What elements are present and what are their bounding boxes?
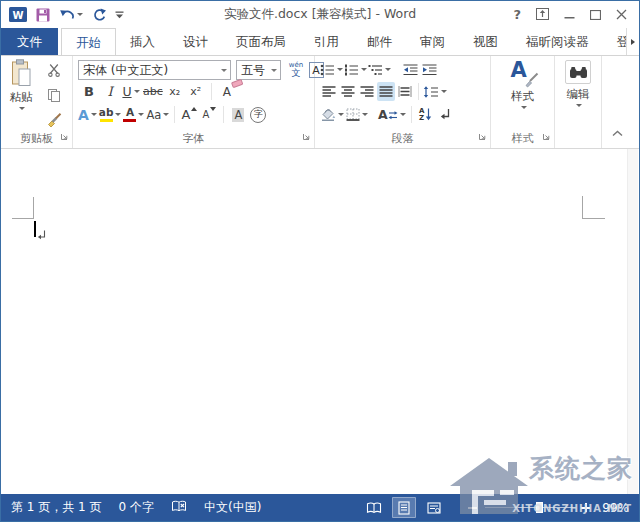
bullets-button[interactable] (320, 60, 343, 79)
text-effects-label: A (78, 107, 89, 123)
align-right-icon (360, 86, 374, 97)
undo-dropdown-arrow[interactable] (77, 13, 83, 16)
zoom-slider-thumb[interactable] (536, 502, 543, 513)
editing-label: 编辑 (567, 87, 590, 102)
shading-button[interactable] (320, 105, 344, 124)
strikethrough-button[interactable]: abc (143, 82, 163, 101)
collapse-ribbon-icon[interactable] (612, 126, 623, 140)
grow-caret-icon (191, 107, 197, 111)
styles-button[interactable]: A 样式 (491, 60, 554, 109)
web-layout-icon[interactable] (422, 497, 446, 518)
borders-button[interactable] (346, 105, 368, 124)
proofing-status-icon[interactable] (171, 500, 187, 516)
tab-home[interactable]: 开始 (61, 28, 116, 56)
paste-button[interactable]: 粘贴 (4, 59, 38, 110)
close-icon[interactable] (616, 5, 627, 24)
bold-button[interactable]: B (80, 82, 98, 101)
zoom-in-icon[interactable] (581, 503, 590, 512)
superscript-button[interactable]: x² (187, 82, 205, 101)
change-case-button[interactable]: Aa (146, 105, 169, 124)
minimize-icon[interactable] (564, 5, 575, 24)
margin-corner-top-left (12, 197, 34, 219)
editing-button[interactable]: 编辑 (555, 60, 601, 107)
save-icon[interactable] (36, 8, 50, 22)
align-center-icon (341, 86, 355, 97)
numbering-dropdown-arrow (361, 68, 367, 71)
maximize-icon[interactable] (590, 5, 601, 24)
decrease-indent-button[interactable] (401, 60, 419, 79)
tab-view[interactable]: 视图 (459, 28, 512, 56)
read-mode-icon[interactable] (362, 497, 386, 518)
multilevel-dropdown-arrow (385, 68, 391, 71)
paragraph-dialog-launcher-icon[interactable] (478, 130, 487, 144)
tab-mailings[interactable]: 邮件 (353, 28, 406, 56)
asian-layout-button[interactable]: A (378, 105, 406, 124)
highlight-button[interactable]: ab (99, 105, 122, 124)
character-shading-button[interactable]: A (229, 105, 247, 124)
group-styles: A 样式 样式 (491, 56, 555, 148)
word-window: W 实验文件.docx [兼容模式] - Word ? (0, 0, 640, 522)
overflow-arrow-icon (631, 39, 635, 45)
font-dialog-launcher-icon[interactable] (302, 130, 311, 144)
increase-indent-icon (422, 64, 437, 76)
justify-button[interactable] (377, 82, 395, 101)
align-right-button[interactable] (358, 82, 376, 101)
undo-icon[interactable] (59, 8, 83, 21)
tab-review[interactable]: 审阅 (406, 28, 459, 56)
zoom-percentage[interactable]: 99% (599, 501, 629, 515)
redo-icon[interactable] (92, 8, 106, 22)
font-name-value: 宋体 (中文正文) (83, 62, 168, 79)
tab-design[interactable]: 设计 (169, 28, 222, 56)
font-color-bar (123, 119, 136, 123)
tab-overflow-button[interactable] (626, 28, 639, 56)
show-hide-marks-button[interactable] (437, 105, 455, 124)
text-effects-dropdown-arrow (91, 113, 97, 116)
tab-foxit-reader[interactable]: 福昕阅读器 (512, 28, 603, 56)
borders-dropdown-arrow (362, 113, 368, 116)
zoom-slider[interactable] (485, 507, 573, 508)
line-spacing-button[interactable] (423, 82, 447, 101)
enclose-characters-button[interactable]: 字 (249, 105, 267, 124)
language-indicator[interactable]: 中文(中国) (204, 499, 261, 516)
italic-button[interactable]: I (101, 82, 119, 101)
enclose-characters-label: 字 (250, 107, 266, 123)
clipboard-dialog-launcher-icon[interactable] (60, 130, 69, 144)
format-painter-icon[interactable] (45, 110, 63, 129)
borders-icon (346, 108, 360, 121)
ribbon-display-options-icon[interactable] (536, 5, 549, 24)
help-icon[interactable]: ? (513, 7, 521, 22)
copy-icon[interactable] (45, 85, 63, 104)
tab-file[interactable]: 文件 (1, 28, 58, 56)
sort-button[interactable]: AZ (417, 105, 435, 124)
tab-references[interactable]: 引用 (300, 28, 353, 56)
tab-insert[interactable]: 插入 (116, 28, 169, 56)
cut-icon[interactable] (45, 60, 63, 79)
align-left-button[interactable] (320, 82, 338, 101)
tab-page-layout[interactable]: 页面布局 (222, 28, 300, 56)
subscript-button[interactable]: x₂ (166, 82, 184, 101)
underline-button[interactable]: U (122, 82, 140, 101)
numbering-button[interactable] (344, 60, 367, 79)
align-center-button[interactable] (339, 82, 357, 101)
page-indicator[interactable]: 第 1 页，共 1 页 (11, 499, 102, 516)
font-name-combo[interactable]: 宋体 (中文正文) (78, 60, 231, 80)
document-area[interactable] (1, 149, 639, 494)
styles-dialog-launcher-icon[interactable] (542, 130, 551, 144)
word-count[interactable]: 0 个字 (119, 499, 154, 516)
multilevel-list-button[interactable] (368, 60, 391, 79)
customize-qat-icon[interactable] (115, 11, 124, 19)
text-effects-button[interactable]: A (78, 105, 97, 124)
word-app-icon[interactable]: W (9, 7, 27, 22)
font-color-button[interactable]: A (123, 105, 144, 124)
increase-indent-button[interactable] (420, 60, 438, 79)
print-layout-icon[interactable] (392, 497, 416, 518)
vertical-scrollbar[interactable] (627, 149, 638, 494)
divider (223, 106, 224, 123)
phonetic-guide-button[interactable]: wén 文 (287, 61, 305, 80)
distribute-button[interactable] (396, 82, 414, 101)
font-size-combo[interactable]: 五号 (236, 60, 281, 80)
zoom-out-icon[interactable] (468, 507, 477, 509)
shrink-font-button[interactable]: A (200, 105, 218, 124)
grow-font-button[interactable]: A (180, 105, 198, 124)
clear-formatting-button[interactable]: A (218, 82, 236, 101)
